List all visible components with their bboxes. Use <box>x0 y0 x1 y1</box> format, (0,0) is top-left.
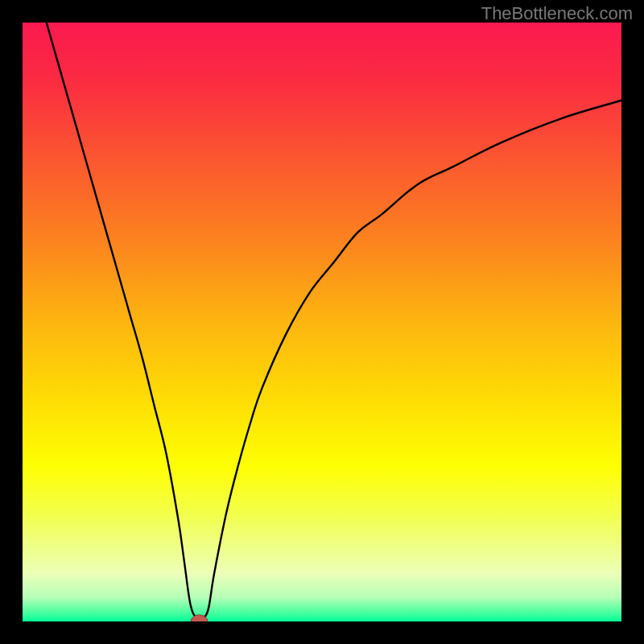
bottleneck-chart <box>23 23 621 621</box>
watermark-text: TheBottleneck.com <box>481 3 633 24</box>
chart-frame: TheBottleneck.com <box>0 0 644 644</box>
plot-area <box>23 23 621 621</box>
gradient-background <box>23 23 621 621</box>
